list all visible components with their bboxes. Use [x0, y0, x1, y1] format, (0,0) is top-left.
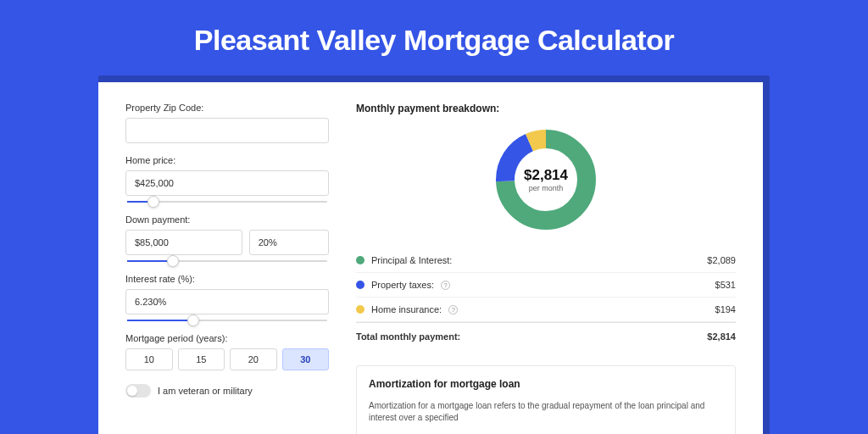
home-price-field-group: Home price:: [125, 155, 329, 203]
zip-label: Property Zip Code:: [125, 103, 329, 113]
legend-label: Property taxes:: [371, 280, 434, 290]
info-icon[interactable]: ?: [441, 281, 450, 290]
down-payment-input[interactable]: [125, 230, 242, 255]
donut-chart-wrap: $2,814 per month: [356, 128, 736, 231]
legend-row-insurance: Home insurance: ? $194: [356, 298, 736, 322]
down-payment-pct-input[interactable]: [249, 230, 329, 255]
slider-fill: [127, 260, 167, 262]
slider-fill: [127, 201, 147, 203]
period-btn-30[interactable]: 30: [282, 348, 330, 370]
breakdown-title: Monthly payment breakdown:: [356, 103, 736, 114]
down-payment-label: Down payment:: [125, 214, 329, 225]
legend-value: $194: [715, 304, 736, 314]
interest-label: Interest rate (%):: [125, 274, 329, 284]
total-value: $2,814: [707, 331, 736, 342]
legend-label: Home insurance:: [371, 304, 442, 314]
legend-value: $2,089: [707, 255, 736, 265]
donut-center: $2,814 per month: [524, 167, 568, 192]
interest-slider[interactable]: [127, 320, 327, 321]
slider-thumb[interactable]: [147, 196, 159, 208]
legend-value: $531: [715, 280, 736, 290]
legend-row-principal: Principal & Interest: $2,089: [356, 248, 736, 273]
legend-row-taxes: Property taxes: ? $531: [356, 273, 736, 298]
zip-input[interactable]: [125, 118, 329, 143]
calculator-card: Property Zip Code: Home price: Down paym…: [98, 82, 763, 434]
toggle-knob: [127, 386, 137, 396]
page-title: Pleasant Valley Mortgage Calculator: [0, 0, 868, 75]
veteran-row: I am veteran or military: [125, 384, 329, 398]
dot-icon: [356, 256, 364, 264]
period-btn-20[interactable]: 20: [230, 348, 277, 370]
card-shadow: Property Zip Code: Home price: Down paym…: [98, 75, 770, 434]
period-label: Mortgage period (years):: [125, 333, 329, 343]
slider-fill: [127, 320, 187, 321]
veteran-toggle[interactable]: [125, 384, 151, 398]
dot-icon: [356, 281, 364, 289]
donut-chart: $2,814 per month: [494, 128, 598, 231]
home-price-label: Home price:: [125, 155, 329, 165]
total-label: Total monthly payment:: [356, 331, 460, 342]
interest-input[interactable]: [125, 289, 329, 314]
amortization-text: Amortization for a mortgage loan refers …: [369, 400, 723, 424]
home-price-input[interactable]: [125, 170, 329, 196]
donut-amount: $2,814: [524, 167, 568, 184]
legend-row-total: Total monthly payment: $2,814: [356, 322, 736, 348]
period-btn-15[interactable]: 15: [178, 348, 225, 370]
down-payment-field-group: Down payment:: [125, 214, 329, 262]
interest-field-group: Interest rate (%):: [125, 274, 329, 321]
period-field-group: Mortgage period (years): 10 15 20 30: [125, 333, 329, 370]
down-payment-slider[interactable]: [127, 260, 327, 262]
home-price-slider[interactable]: [127, 201, 327, 203]
dot-icon: [356, 305, 364, 314]
veteran-label: I am veteran or military: [158, 386, 253, 396]
zip-field-group: Property Zip Code:: [125, 103, 329, 143]
amortization-title: Amortization for mortgage loan: [369, 378, 723, 390]
amortization-card: Amortization for mortgage loan Amortizat…: [356, 365, 736, 434]
info-icon[interactable]: ?: [448, 305, 458, 314]
breakdown-column: Monthly payment breakdown: $2,814 per mo…: [356, 103, 736, 434]
donut-sub: per month: [524, 184, 568, 192]
slider-thumb[interactable]: [167, 255, 179, 267]
slider-thumb[interactable]: [187, 314, 199, 326]
period-row: 10 15 20 30: [125, 348, 329, 370]
form-column: Property Zip Code: Home price: Down paym…: [125, 103, 329, 434]
period-btn-10[interactable]: 10: [125, 348, 173, 370]
legend-label: Principal & Interest:: [371, 255, 452, 265]
